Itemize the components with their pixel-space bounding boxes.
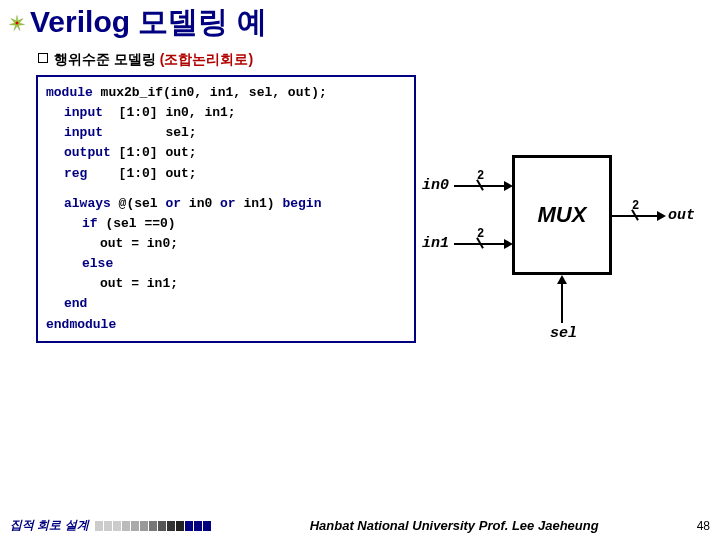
wire — [561, 283, 563, 323]
bus-width: 2 — [477, 169, 484, 183]
code-line: input [1:0] in0, in1; — [46, 103, 406, 123]
subhead-red: (조합논리회로) — [160, 51, 253, 67]
subhead-black: 행위수준 모델링 — [54, 51, 160, 67]
footer-left-text: 집적 회로 설계 — [10, 517, 89, 534]
arrow-icon — [504, 239, 513, 249]
page-number: 48 — [697, 519, 710, 533]
code-line: input sel; — [46, 123, 406, 143]
code-box: module mux2b_if(in0, in1, sel, out); inp… — [36, 75, 416, 343]
bullet-star-icon — [8, 14, 26, 32]
slide-title-row: Verilog 모델링 예 — [0, 0, 720, 43]
code-line: else — [46, 254, 406, 274]
slide-subhead: 행위수준 모델링 (조합논리회로) — [38, 51, 720, 69]
signal-label-in0: in0 — [422, 177, 449, 194]
footer-center: Hanbat National University Prof. Lee Jae… — [212, 518, 697, 533]
code-line: if (sel ==0) — [46, 214, 406, 234]
content-row: module mux2b_if(in0, in1, sel, out); inp… — [36, 75, 720, 375]
code-line: out = in0; — [46, 234, 406, 254]
code-line: always @(sel or in0 or in1) begin — [46, 194, 406, 214]
code-line: reg [1:0] out; — [46, 164, 406, 184]
bus-width: 2 — [632, 199, 639, 213]
signal-label-in1: in1 — [422, 235, 449, 252]
mux-box: MUX — [512, 155, 612, 275]
code-line: output [1:0] out; — [46, 143, 406, 163]
bus-width: 2 — [477, 227, 484, 241]
gradient-bars-icon — [95, 521, 212, 531]
code-line: endmodule — [46, 315, 406, 335]
signal-label-out: out — [668, 207, 695, 224]
code-line: module mux2b_if(in0, in1, sel, out); — [46, 83, 406, 103]
signal-label-sel: sel — [550, 325, 577, 342]
code-line: out = in1; — [46, 274, 406, 294]
mux-diagram: MUX in0 2 in1 2 out 2 sel — [422, 155, 692, 375]
bullet-square-icon — [38, 53, 48, 63]
arrow-icon — [557, 275, 567, 284]
slide-title: Verilog 모델링 예 — [30, 2, 267, 43]
arrow-icon — [504, 181, 513, 191]
slide-footer: 집적 회로 설계 Hanbat National University Prof… — [0, 517, 720, 534]
arrow-icon — [657, 211, 666, 221]
footer-left: 집적 회로 설계 — [10, 517, 212, 534]
svg-point-0 — [16, 21, 19, 24]
code-line: end — [46, 294, 406, 314]
